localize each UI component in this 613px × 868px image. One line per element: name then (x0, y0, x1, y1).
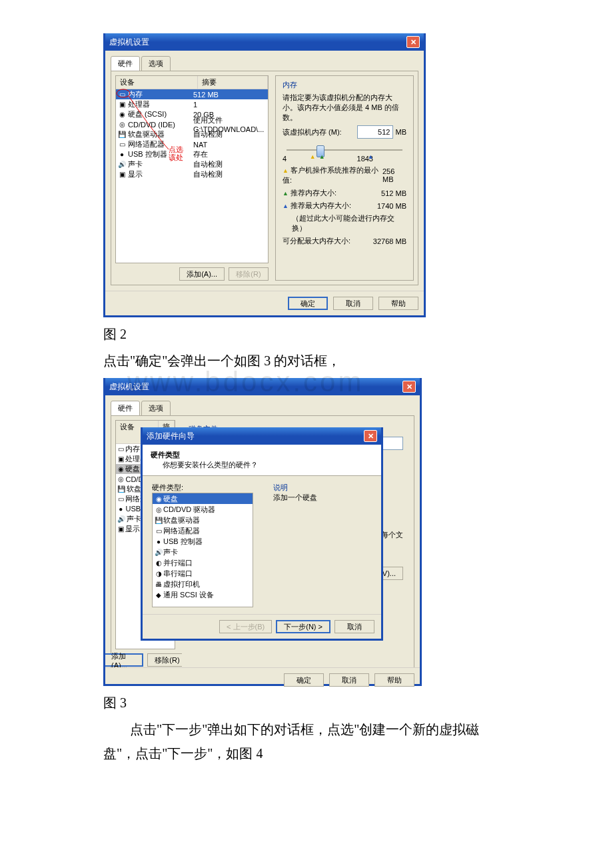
slider-min: 4 (283, 155, 287, 163)
window-title: 虚拟机设置 (109, 381, 149, 393)
memory-desc: 请指定要为该虚拟机分配的内存大小。该内存大小值必须是 4 MB 的倍数。 (283, 93, 406, 123)
hardware-type-list[interactable]: ◉硬盘 ◎CD/DVD 驱动器 💾软盘驱动器 ▭网络适配器 ●USB 控制器 🔊… (152, 493, 253, 607)
wizard-h2: 你想要安装什么类型的硬件？ (163, 461, 258, 469)
titlebar: 虚拟机设置 ✕ (105, 378, 420, 395)
list-item[interactable]: ▭内存512 MB (116, 89, 268, 99)
list-item[interactable]: 🔊声卡 (153, 547, 253, 557)
memory-unit: MB (396, 128, 407, 136)
list-item[interactable]: ◐并行端口 (153, 557, 253, 568)
list-item[interactable]: ◆通用 SCSI 设备 (153, 589, 253, 600)
wizard-title: 添加硬件向导 (147, 431, 195, 442)
back-button: < 上一步(B) (219, 620, 272, 633)
swap-note: （超过此大小可能会进行内存交换） (292, 213, 406, 233)
cancel-button[interactable]: 取消 (329, 673, 369, 687)
tab-options[interactable]: 选项 (141, 401, 171, 416)
wizard-h1: 硬件类型 (151, 451, 180, 459)
col-device: 设备 (116, 76, 198, 89)
list-item[interactable]: ▣处理器1 (116, 99, 268, 109)
caption-fig3: 图 3 (103, 694, 510, 712)
wizard-list-label: 硬件类型: (152, 483, 253, 493)
list-item[interactable]: ◎CD/DVD 驱动器 (153, 504, 253, 515)
add-button[interactable]: 添加(A)... (105, 653, 143, 667)
memory-label: 该虚拟机内存 (M): (283, 127, 342, 137)
close-icon[interactable]: ✕ (364, 430, 377, 442)
list-item[interactable]: 💾软盘驱动器自动检测 (116, 129, 268, 139)
next-button[interactable]: 下一步(N) > (276, 620, 330, 633)
paragraph-2: 点击"下一步"弹出如下的对话框，点选"创建一个新的虚拟磁盘"，点击"下一步"，如… (103, 717, 510, 765)
tab-options[interactable]: 选项 (141, 56, 171, 71)
list-item[interactable]: 💾软盘驱动器 (153, 515, 253, 525)
list-item[interactable]: 🔊声卡自动检测 (116, 159, 268, 169)
cancel-button[interactable]: 取消 (334, 620, 374, 633)
cancel-button[interactable]: 取消 (333, 297, 373, 310)
list-item[interactable]: ▭网络适配器NAT (116, 139, 268, 149)
list-item[interactable]: ●USB 控制器存在 (116, 149, 268, 159)
wizard-desc-text: 添加一个硬盘 (273, 493, 317, 503)
wizard-header: 硬件类型 你想要安装什么类型的硬件？ (143, 445, 381, 476)
list-item[interactable]: ▣显示自动检测 (116, 169, 268, 179)
col-summary: 摘要 (198, 76, 268, 89)
add-hardware-wizard: 添加硬件向导 ✕ 硬件类型 你想要安装什么类型的硬件？ 硬件类型: ◉硬盘 ◎C… (141, 427, 383, 641)
tab-hardware[interactable]: 硬件 (111, 401, 140, 416)
list-item[interactable]: ▭网络适配器 (153, 525, 253, 536)
close-icon[interactable]: ✕ (402, 381, 416, 393)
help-button[interactable]: 帮助 (374, 673, 414, 687)
ok-button[interactable]: 确定 (284, 673, 324, 687)
annotation-text: 点选该处 (169, 145, 183, 161)
add-button[interactable]: 添加(A)... (179, 267, 225, 281)
memory-panel: 内存 请指定要为该虚拟机分配的内存大小。该内存大小值必须是 4 MB 的倍数。 … (275, 75, 414, 281)
close-icon[interactable]: ✕ (406, 36, 420, 48)
remove-button[interactable]: 移除(R) (147, 653, 187, 667)
memory-input[interactable]: 512 (357, 125, 393, 139)
memory-slider[interactable]: ▲ ▲ ▲ (287, 149, 402, 151)
window-title: 虚拟机设置 (109, 37, 149, 48)
titlebar: 添加硬件向导 ✕ (143, 427, 381, 445)
tab-hardware[interactable]: 硬件 (111, 56, 140, 71)
wizard-desc-label: 说明 (273, 483, 317, 493)
list-item[interactable]: ◉硬盘 (153, 493, 253, 504)
list-item[interactable]: 🖶虚拟打印机 (153, 579, 253, 589)
list-item[interactable]: ◑串行端口 (153, 568, 253, 579)
list-item[interactable]: ●USB 控制器 (153, 536, 253, 547)
list-item[interactable]: ◎CD/DVD (IDE)使用文件 G:\TDDOWNLOAD\... (116, 119, 268, 129)
remove-button: 移除(R) (229, 267, 269, 281)
help-button[interactable]: 帮助 (378, 297, 418, 310)
caption-fig2: 图 2 (103, 325, 510, 343)
titlebar: 虚拟机设置 ✕ (105, 33, 424, 51)
vm-settings-window: 虚拟机设置 ✕ 硬件 选项 设备 摘要 ▭内存512 MB (103, 33, 426, 317)
device-list[interactable]: 设备 摘要 ▭内存512 MB ▣处理器1 ◉硬盘 (SCSI)20 GB ◎C… (115, 75, 269, 263)
paragraph-1: 点击"确定"会弹出一个如图 3 的对话框， (103, 349, 510, 373)
memory-section-title: 内存 (283, 80, 406, 90)
ok-button[interactable]: 确定 (288, 297, 328, 310)
